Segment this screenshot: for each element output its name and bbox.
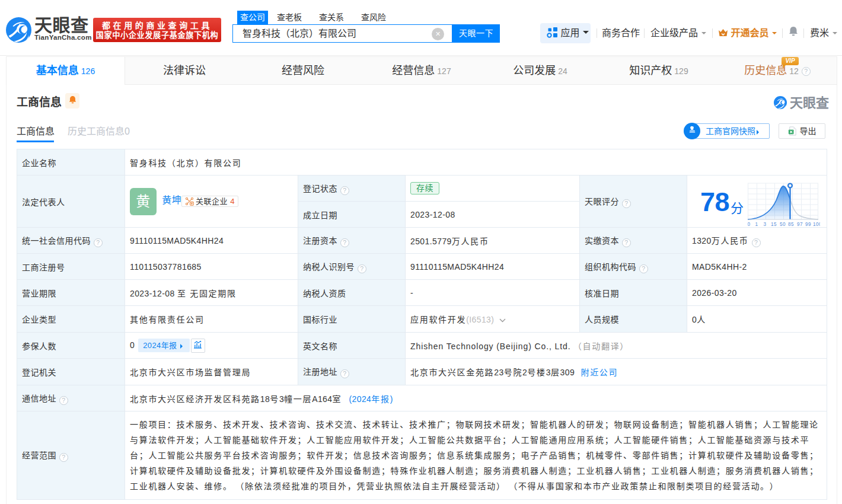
svg-text:85: 85 [788, 222, 794, 227]
svg-text:1: 1 [755, 222, 758, 227]
svg-text:99: 99 [805, 222, 811, 227]
svg-text:97: 97 [797, 222, 803, 227]
svg-text:50: 50 [780, 222, 786, 227]
svg-text:100: 100 [813, 222, 820, 227]
svg-text:3: 3 [764, 222, 767, 227]
svg-text:0: 0 [748, 222, 751, 227]
svg-text:15: 15 [771, 222, 777, 227]
